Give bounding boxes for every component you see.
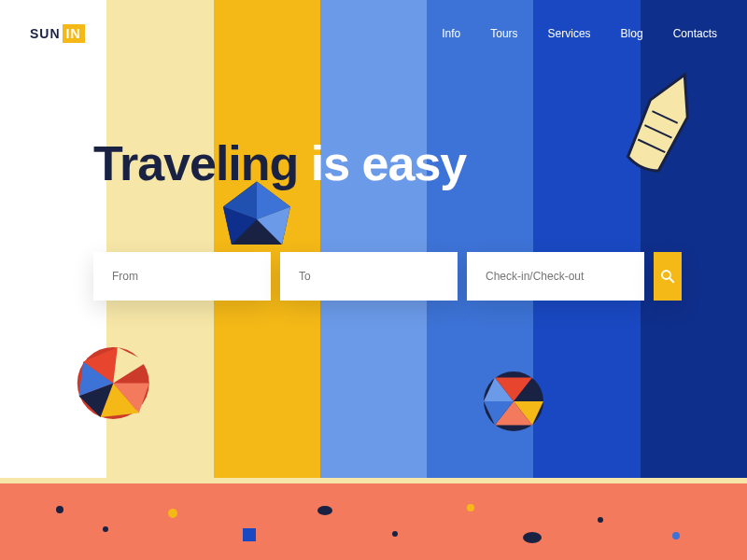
umbrella-small-icon [476, 364, 551, 439]
search-button[interactable] [654, 252, 682, 301]
umbrella-red-icon [75, 341, 177, 434]
footer-beach [0, 478, 747, 560]
hero-word-3: easy [362, 136, 467, 190]
nav-tours[interactable]: Tours [490, 27, 517, 40]
nav-blog[interactable]: Blog [621, 27, 643, 40]
logo-text-b: IN [63, 24, 85, 43]
svg-line-23 [669, 278, 674, 283]
hero-headline: Traveling is easy [93, 135, 466, 191]
search-icon [659, 268, 676, 285]
dates-input[interactable] [467, 252, 644, 301]
logo: SUNIN [30, 26, 85, 41]
logo-text-a: SUN [30, 26, 61, 41]
hero-word-1: Traveling [93, 136, 298, 190]
main-nav: Info Tours Services Blog Contacts [442, 27, 717, 40]
from-input[interactable] [93, 252, 271, 301]
to-input[interactable] [280, 252, 458, 301]
nav-info[interactable]: Info [442, 27, 460, 40]
nav-services[interactable]: Services [548, 27, 591, 40]
search-bar [93, 252, 682, 301]
hero-word-2: is [311, 136, 349, 190]
nav-contacts[interactable]: Contacts [673, 27, 717, 40]
svg-point-22 [662, 271, 670, 279]
